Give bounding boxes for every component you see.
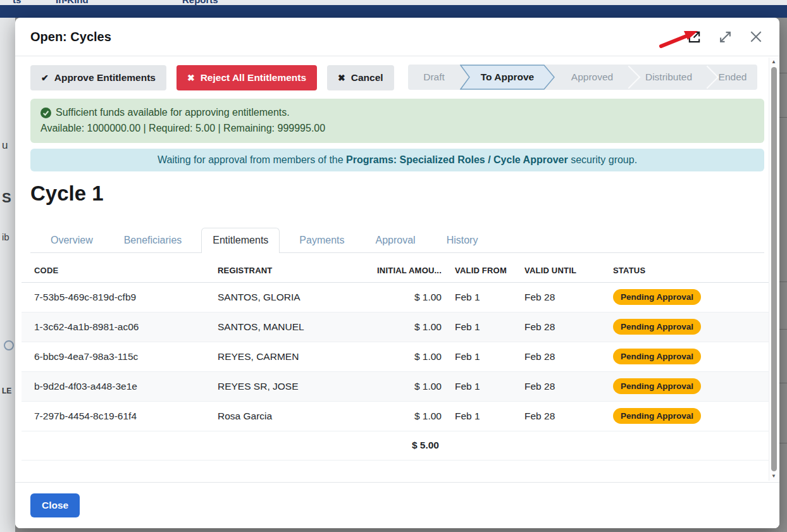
page-fragment: ib	[2, 232, 9, 242]
modal-header: Open: Cycles	[15, 18, 779, 56]
table-total-row: $ 5.00	[22, 431, 773, 461]
total-amount: $ 5.00	[363, 440, 445, 451]
page-fragment-icon	[4, 340, 14, 350]
modal-body: ✔ Approve Entitlements ✖ Reject All Enti…	[15, 57, 779, 481]
close-button[interactable]: Close	[30, 493, 80, 517]
page-fragment: LE	[2, 387, 11, 395]
funds-alert-line2: Available: 1000000.00 | Required: 5.00 |…	[40, 121, 754, 137]
page-scrollbar-mark	[779, 281, 787, 282]
tab-history[interactable]: History	[435, 228, 490, 253]
close-icon[interactable]	[749, 30, 763, 44]
check-circle-icon	[40, 108, 51, 118]
nav-fragment: Reports	[182, 0, 218, 5]
page-scrollbar-mark	[779, 383, 787, 383]
status-badge: Pending Approval	[613, 408, 701, 424]
pipeline-step-draft[interactable]: Draft	[408, 65, 460, 90]
col-valid-from[interactable]: VALID FROM	[445, 266, 521, 275]
tab-entitlements[interactable]: Entitlements	[201, 228, 280, 253]
modal-title: Open: Cycles	[30, 30, 111, 44]
status-pipeline: Draft To Approve Approved Distributed En…	[408, 65, 757, 90]
cancel-button[interactable]: ✖ Cancel	[327, 65, 394, 90]
status-badge: Pending Approval	[613, 349, 701, 364]
page-scrollbar-mark	[779, 73, 787, 73]
tab-overview[interactable]: Overview	[39, 228, 104, 253]
col-code[interactable]: CODE	[22, 266, 218, 275]
approval-waiting-alert: Waiting for approval from members of the…	[30, 149, 764, 171]
cycles-modal: Open: Cycles	[15, 18, 779, 528]
table-header-row: CODE REGISTRANT INITIAL AMOU... VALID FR…	[22, 259, 773, 283]
cycle-title: Cycle 1	[30, 182, 764, 206]
col-status[interactable]: STATUS	[597, 266, 773, 275]
scroll-up-icon[interactable]: ▲	[769, 59, 778, 65]
modal-footer: Close	[15, 482, 779, 528]
status-badge: Pending Approval	[613, 378, 701, 394]
modal-scrollbar[interactable]: ▲ ▼	[769, 58, 778, 481]
scrollbar-thumb[interactable]	[771, 67, 777, 471]
col-registrant[interactable]: REGISTRANT	[218, 266, 363, 275]
funds-alert-line1: Sufficient funds available for approving…	[56, 105, 290, 121]
page-scrollbar-mark	[779, 329, 787, 330]
background-page-edge: u S ib LE	[0, 18, 15, 532]
x-icon: ✖	[187, 73, 195, 83]
approve-entitlements-button[interactable]: ✔ Approve Entitlements	[30, 65, 166, 90]
funds-alert: Sufficient funds available for approving…	[30, 99, 764, 143]
check-icon: ✔	[41, 73, 49, 83]
reject-all-entitlements-button[interactable]: ✖ Reject All Entitlements	[177, 65, 317, 90]
table-row[interactable]: 7-53b5-469c-819d-cfb9 SANTOS, GLORIA $ 1…	[22, 283, 773, 312]
pipeline-step-approved[interactable]: Approved	[555, 65, 629, 90]
tab-bar: Overview Beneficiaries Entitlements Paym…	[30, 227, 764, 253]
table-row[interactable]: b-9d2d-4f03-a448-3e1e REYES SR, JOSE $ 1…	[22, 372, 773, 402]
table-row[interactable]: 6-bbc9-4ea7-98a3-115c REYES, CARMEN $ 1.…	[22, 342, 773, 372]
table-row[interactable]: 7-297b-4454-8c19-61f4 Rosa Garcia $ 1.00…	[22, 402, 773, 431]
status-badge: Pending Approval	[613, 289, 701, 305]
scroll-down-icon[interactable]: ▼	[769, 473, 778, 479]
pipeline-step-distributed[interactable]: Distributed	[629, 65, 708, 90]
x-icon: ✖	[338, 73, 345, 83]
status-badge: Pending Approval	[613, 319, 701, 335]
annotation-arrow	[659, 29, 700, 48]
background-nav-links: ts In-Kind Reports	[0, 0, 787, 5]
nav-fragment: ts	[13, 0, 21, 5]
nav-fragment: In-Kind	[56, 0, 89, 5]
table-row[interactable]: 1-3c62-4a1b-8981-ac06 SANTOS, MANUEL $ 1…	[22, 312, 773, 342]
tab-beneficiaries[interactable]: Beneficiaries	[113, 228, 194, 253]
page-fragment: S	[2, 190, 11, 206]
col-initial-amount[interactable]: INITIAL AMOU...	[363, 266, 445, 275]
background-navbar	[0, 5, 787, 18]
col-valid-until[interactable]: VALID UNTIL	[521, 266, 597, 275]
entitlements-table: CODE REGISTRANT INITIAL AMOU... VALID FR…	[22, 259, 773, 461]
tab-payments[interactable]: Payments	[288, 228, 356, 253]
page-fragment: u	[2, 139, 8, 152]
expand-icon[interactable]	[719, 30, 732, 44]
tab-approval[interactable]: Approval	[364, 228, 426, 253]
page-scrollbar-mark	[779, 117, 787, 118]
security-group-name: Programs: Specialized Roles / Cycle Appr…	[346, 154, 568, 165]
pipeline-step-to-approve[interactable]: To Approve	[460, 65, 555, 90]
page-scrollbar-mark	[779, 443, 787, 443]
